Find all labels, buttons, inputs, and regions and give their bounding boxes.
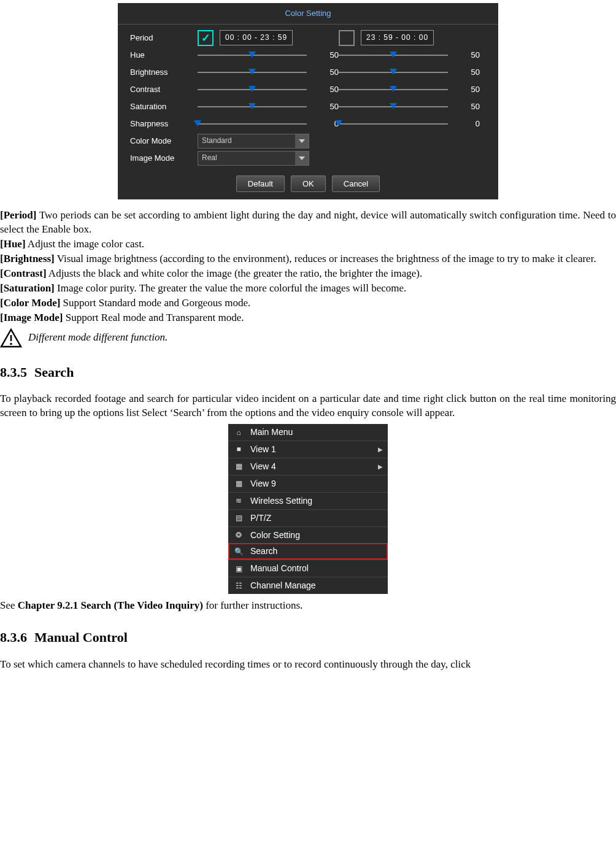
saturation-slider-1[interactable]: 50 (198, 101, 339, 112)
sharpness-value-2: 0 (455, 118, 480, 129)
menu-ptz[interactable]: ▤ P/T/Z (228, 509, 388, 526)
def-saturation: [Saturation] Image color purity. The gre… (0, 282, 616, 296)
warning-icon (0, 328, 22, 348)
label-brightness: Brightness (130, 67, 198, 78)
brightness-slider-1[interactable]: 50 (198, 67, 339, 78)
period2-enable-checkbox[interactable] (339, 30, 355, 46)
default-button[interactable]: Default (236, 175, 285, 193)
image-mode-select[interactable]: Real (198, 151, 309, 166)
home-icon: ⌂ (233, 428, 244, 437)
color-icon: ❂ (233, 530, 244, 540)
contrast-value-1: 50 (314, 84, 339, 95)
image-mode-value: Real (198, 153, 295, 163)
def-color-mode: [Color Mode] Support Standard mode and G… (0, 296, 616, 310)
sharpness-slider-2[interactable]: 0 (339, 118, 480, 129)
context-menu: ⌂ Main Menu ■ View 1 ▶ ▦ View 4 ▶ ▦ View… (228, 424, 388, 594)
dropdown-arrow-icon (295, 134, 309, 148)
menu-manual-control[interactable]: ▣ Manual Control (228, 560, 388, 577)
menu-search[interactable]: 🔍 Search (228, 543, 388, 560)
hue-value-2: 50 (455, 50, 480, 61)
search-icon: 🔍 (233, 547, 244, 557)
period1-time-input[interactable]: 00 : 00 - 23 : 59 (220, 30, 293, 45)
def-brightness: [Brightness] Visual image brightness (ac… (0, 252, 616, 266)
manual-icon: ▣ (233, 564, 244, 574)
color-mode-select[interactable]: Standard (198, 134, 309, 148)
def-hue: [Hue] Adjust the image color cast. (0, 237, 616, 252)
view4-icon: ▦ (233, 461, 244, 471)
ptz-icon: ▤ (233, 513, 244, 523)
menu-main-menu[interactable]: ⌂ Main Menu (228, 424, 388, 441)
warning-text: Different mode different function. (28, 331, 167, 345)
cancel-button[interactable]: Cancel (332, 175, 380, 193)
label-sharpness: Sharpness (130, 118, 198, 129)
def-image-mode: [Image Mode] Support Real mode and Trans… (0, 311, 616, 325)
channel-icon: ☷ (233, 581, 244, 591)
contrast-value-2: 50 (455, 84, 480, 95)
ok-button[interactable]: OK (291, 175, 326, 193)
label-color-mode: Color Mode (130, 136, 198, 147)
label-hue: Hue (130, 50, 198, 61)
warning-note: Different mode different function. (0, 328, 616, 348)
label-period: Period (130, 33, 198, 44)
def-contrast: [Contrast] Adjusts the black and white c… (0, 267, 616, 281)
label-saturation: Saturation (130, 101, 198, 112)
menu-view-1[interactable]: ■ View 1 ▶ (228, 441, 388, 458)
color-setting-dialog: Color Setting Period 00 : 00 - 23 : 59 2… (118, 3, 498, 199)
brightness-value-2: 50 (455, 67, 480, 78)
hue-value-1: 50 (314, 50, 339, 61)
label-contrast: Contrast (130, 84, 198, 95)
period2-time-input[interactable]: 23 : 59 - 00 : 00 (361, 30, 434, 45)
section-search-heading: 8.3.5Search (0, 363, 616, 382)
sharpness-slider-1[interactable]: 0 (198, 118, 339, 129)
menu-view-4[interactable]: ▦ View 4 ▶ (228, 458, 388, 475)
saturation-value-2: 50 (455, 101, 480, 112)
see-reference: See Chapter 9.2.1 Search (The Video Inqu… (0, 599, 616, 613)
color-mode-value: Standard (198, 136, 295, 145)
def-period: [Period] Two periods can be set accordin… (0, 209, 616, 237)
contrast-slider-1[interactable]: 50 (198, 84, 339, 95)
brightness-value-1: 50 (314, 67, 339, 78)
submenu-arrow-icon: ▶ (378, 445, 383, 454)
brightness-slider-2[interactable]: 50 (339, 67, 480, 78)
menu-color-setting[interactable]: ❂ Color Setting (228, 526, 388, 544)
period1-enable-checkbox[interactable] (198, 30, 214, 46)
menu-channel-manage[interactable]: ☷ Channel Manage (228, 577, 388, 594)
view9-icon: ▦ (233, 479, 244, 488)
section-manual-heading: 8.3.6Manual Control (0, 628, 616, 647)
manual-paragraph: To set which camera channels to have sch… (0, 658, 616, 672)
dialog-title: Color Setting (118, 3, 498, 25)
search-paragraph: To playback recorded footage and search … (0, 392, 616, 420)
hue-slider-1[interactable]: 50 (198, 50, 339, 61)
view1-icon: ■ (233, 444, 244, 454)
svg-point-2 (10, 342, 12, 345)
label-image-mode: Image Mode (130, 153, 198, 164)
saturation-value-1: 50 (314, 101, 339, 112)
hue-slider-2[interactable]: 50 (339, 50, 480, 61)
menu-wireless-setting[interactable]: ≋ Wireless Setting (228, 492, 388, 509)
saturation-slider-2[interactable]: 50 (339, 101, 480, 112)
submenu-arrow-icon: ▶ (378, 463, 383, 471)
contrast-slider-2[interactable]: 50 (339, 84, 480, 95)
wifi-icon: ≋ (233, 496, 244, 506)
menu-view-9[interactable]: ▦ View 9 (228, 475, 388, 492)
dropdown-arrow-icon (295, 152, 309, 165)
